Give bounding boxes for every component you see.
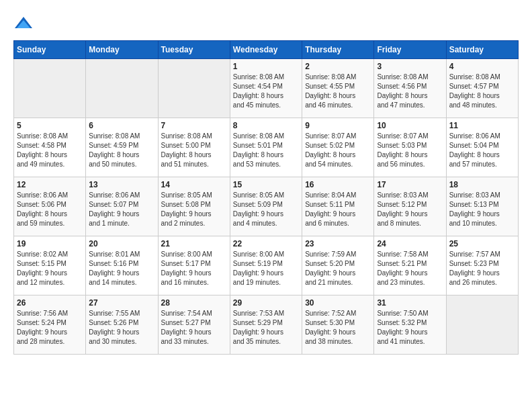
day-number: 24: [377, 239, 443, 248]
calendar-cell: 17Sunrise: 8:03 AM Sunset: 5:12 PM Dayli…: [374, 177, 446, 236]
day-number: 22: [233, 239, 299, 248]
calendar-cell: 27Sunrise: 7:55 AM Sunset: 5:26 PM Dayli…: [86, 295, 158, 355]
calendar-cell: 10Sunrise: 8:07 AM Sunset: 5:03 PM Dayli…: [374, 118, 446, 177]
header-friday: Friday: [374, 41, 446, 59]
day-info: Sunrise: 8:00 AM Sunset: 5:19 PM Dayligh…: [233, 250, 299, 287]
day-info: Sunrise: 8:01 AM Sunset: 5:16 PM Dayligh…: [89, 250, 154, 287]
day-number: 2: [305, 62, 371, 71]
day-number: 28: [161, 298, 227, 308]
calendar-cell: 25Sunrise: 7:57 AM Sunset: 5:23 PM Dayli…: [446, 236, 518, 295]
day-info: Sunrise: 8:08 AM Sunset: 4:57 PM Dayligh…: [449, 73, 515, 110]
day-info: Sunrise: 8:08 AM Sunset: 4:56 PM Dayligh…: [377, 73, 443, 110]
day-number: 27: [89, 298, 154, 308]
calendar-cell: 29Sunrise: 7:53 AM Sunset: 5:29 PM Dayli…: [230, 295, 302, 355]
day-number: 21: [161, 239, 227, 248]
calendar-cell: 26Sunrise: 7:56 AM Sunset: 5:24 PM Dayli…: [14, 295, 86, 355]
day-info: Sunrise: 8:04 AM Sunset: 5:11 PM Dayligh…: [305, 191, 371, 228]
day-info: Sunrise: 8:06 AM Sunset: 5:07 PM Dayligh…: [89, 191, 154, 228]
day-info: Sunrise: 8:08 AM Sunset: 5:01 PM Dayligh…: [233, 132, 299, 169]
page-header: [13, 13, 519, 34]
header-sunday: Sunday: [14, 41, 86, 59]
calendar-cell: 20Sunrise: 8:01 AM Sunset: 5:16 PM Dayli…: [86, 236, 158, 295]
day-number: 17: [377, 180, 443, 189]
day-info: Sunrise: 8:05 AM Sunset: 5:09 PM Dayligh…: [233, 191, 299, 228]
day-info: Sunrise: 7:52 AM Sunset: 5:30 PM Dayligh…: [305, 309, 371, 347]
calendar-cell: 11Sunrise: 8:06 AM Sunset: 5:04 PM Dayli…: [446, 118, 518, 177]
day-info: Sunrise: 8:08 AM Sunset: 4:59 PM Dayligh…: [89, 132, 154, 169]
calendar-cell: 16Sunrise: 8:04 AM Sunset: 5:11 PM Dayli…: [302, 177, 374, 236]
day-number: 23: [305, 239, 371, 248]
calendar-cell: 21Sunrise: 8:00 AM Sunset: 5:17 PM Dayli…: [158, 236, 230, 295]
day-number: 6: [89, 121, 154, 130]
day-info: Sunrise: 7:53 AM Sunset: 5:29 PM Dayligh…: [233, 309, 299, 347]
day-number: 7: [161, 121, 227, 130]
calendar-cell: 13Sunrise: 8:06 AM Sunset: 5:07 PM Dayli…: [86, 177, 158, 236]
calendar-cell: 5Sunrise: 8:08 AM Sunset: 4:58 PM Daylig…: [14, 118, 86, 177]
day-info: Sunrise: 7:57 AM Sunset: 5:23 PM Dayligh…: [449, 250, 515, 287]
calendar-table: SundayMondayTuesdayWednesdayThursdayFrid…: [13, 40, 519, 355]
day-number: 10: [377, 121, 443, 130]
calendar-cell: 18Sunrise: 8:03 AM Sunset: 5:13 PM Dayli…: [446, 177, 518, 236]
day-number: 3: [377, 62, 443, 71]
day-info: Sunrise: 8:06 AM Sunset: 5:06 PM Dayligh…: [17, 191, 83, 228]
calendar-cell: 4Sunrise: 8:08 AM Sunset: 4:57 PM Daylig…: [446, 59, 518, 118]
calendar-cell: 24Sunrise: 7:58 AM Sunset: 5:21 PM Dayli…: [374, 236, 446, 295]
calendar-cell: 2Sunrise: 8:08 AM Sunset: 4:55 PM Daylig…: [302, 59, 374, 118]
logo-icon: [13, 13, 34, 34]
day-info: Sunrise: 7:58 AM Sunset: 5:21 PM Dayligh…: [377, 250, 443, 287]
day-info: Sunrise: 8:08 AM Sunset: 4:54 PM Dayligh…: [233, 73, 299, 110]
day-info: Sunrise: 8:05 AM Sunset: 5:08 PM Dayligh…: [161, 191, 227, 228]
calendar-week-4: 19Sunrise: 8:02 AM Sunset: 5:15 PM Dayli…: [14, 236, 519, 295]
day-info: Sunrise: 8:06 AM Sunset: 5:04 PM Dayligh…: [449, 132, 515, 169]
header-saturday: Saturday: [446, 41, 518, 59]
calendar-cell: [446, 295, 518, 355]
calendar-cell: 23Sunrise: 7:59 AM Sunset: 5:20 PM Dayli…: [302, 236, 374, 295]
calendar-cell: 12Sunrise: 8:06 AM Sunset: 5:06 PM Dayli…: [14, 177, 86, 236]
calendar-cell: [86, 59, 158, 118]
day-number: 16: [305, 180, 371, 189]
calendar-cell: 3Sunrise: 8:08 AM Sunset: 4:56 PM Daylig…: [374, 59, 446, 118]
day-info: Sunrise: 8:02 AM Sunset: 5:15 PM Dayligh…: [17, 250, 83, 287]
day-number: 15: [233, 180, 299, 189]
day-number: 8: [233, 121, 299, 130]
calendar-cell: 30Sunrise: 7:52 AM Sunset: 5:30 PM Dayli…: [302, 295, 374, 355]
calendar-week-3: 12Sunrise: 8:06 AM Sunset: 5:06 PM Dayli…: [14, 177, 519, 236]
day-info: Sunrise: 7:55 AM Sunset: 5:26 PM Dayligh…: [89, 309, 154, 347]
day-info: Sunrise: 7:59 AM Sunset: 5:20 PM Dayligh…: [305, 250, 371, 287]
day-info: Sunrise: 8:03 AM Sunset: 5:12 PM Dayligh…: [377, 191, 443, 228]
day-info: Sunrise: 8:08 AM Sunset: 4:55 PM Dayligh…: [305, 73, 371, 110]
day-number: 13: [89, 180, 154, 189]
day-number: 12: [17, 180, 83, 189]
calendar-cell: 28Sunrise: 7:54 AM Sunset: 5:27 PM Dayli…: [158, 295, 230, 355]
calendar-cell: 14Sunrise: 8:05 AM Sunset: 5:08 PM Dayli…: [158, 177, 230, 236]
day-number: 5: [17, 121, 83, 130]
day-info: Sunrise: 8:07 AM Sunset: 5:02 PM Dayligh…: [305, 132, 371, 169]
calendar-cell: 9Sunrise: 8:07 AM Sunset: 5:02 PM Daylig…: [302, 118, 374, 177]
calendar-cell: [158, 59, 230, 118]
day-info: Sunrise: 8:07 AM Sunset: 5:03 PM Dayligh…: [377, 132, 443, 169]
header-tuesday: Tuesday: [158, 41, 230, 59]
day-number: 14: [161, 180, 227, 189]
header-monday: Monday: [86, 41, 158, 59]
calendar-week-5: 26Sunrise: 7:56 AM Sunset: 5:24 PM Dayli…: [14, 295, 519, 355]
day-number: 19: [17, 239, 83, 248]
day-number: 30: [305, 298, 371, 308]
calendar-cell: 8Sunrise: 8:08 AM Sunset: 5:01 PM Daylig…: [230, 118, 302, 177]
calendar-cell: [14, 59, 86, 118]
day-number: 29: [233, 298, 299, 308]
day-info: Sunrise: 8:03 AM Sunset: 5:13 PM Dayligh…: [449, 191, 515, 228]
day-number: 20: [89, 239, 154, 248]
day-number: 9: [305, 121, 371, 130]
day-info: Sunrise: 7:56 AM Sunset: 5:24 PM Dayligh…: [17, 309, 83, 347]
day-number: 31: [377, 298, 443, 308]
header-thursday: Thursday: [302, 41, 374, 59]
calendar-cell: 15Sunrise: 8:05 AM Sunset: 5:09 PM Dayli…: [230, 177, 302, 236]
logo: [13, 13, 36, 34]
day-number: 26: [17, 298, 83, 308]
day-info: Sunrise: 8:08 AM Sunset: 5:00 PM Dayligh…: [161, 132, 227, 169]
calendar-week-2: 5Sunrise: 8:08 AM Sunset: 4:58 PM Daylig…: [14, 118, 519, 177]
calendar-cell: 7Sunrise: 8:08 AM Sunset: 5:00 PM Daylig…: [158, 118, 230, 177]
calendar-header-row: SundayMondayTuesdayWednesdayThursdayFrid…: [14, 41, 519, 59]
day-number: 11: [449, 121, 515, 130]
day-info: Sunrise: 8:08 AM Sunset: 4:58 PM Dayligh…: [17, 132, 83, 169]
